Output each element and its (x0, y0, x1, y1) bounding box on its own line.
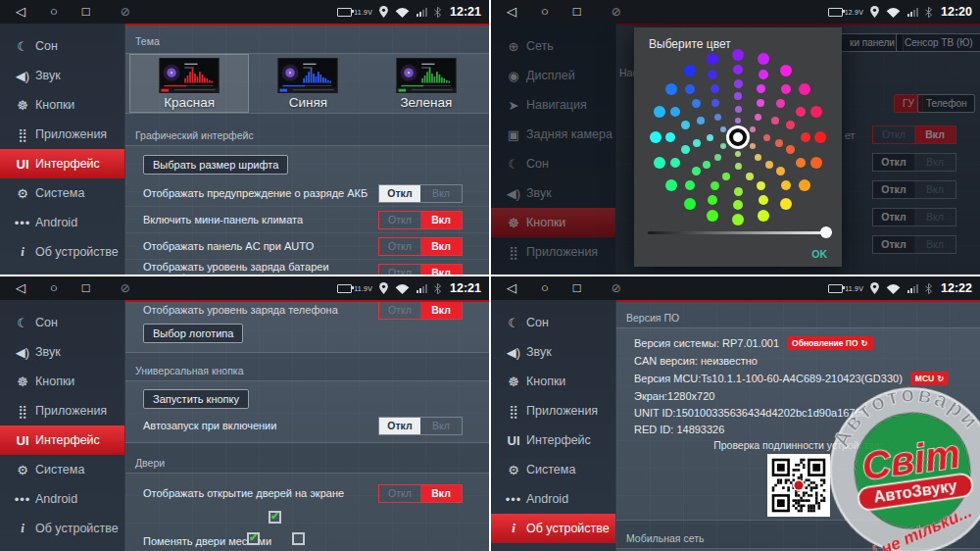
color-dot[interactable] (665, 132, 675, 142)
sidebar-item-wheel[interactable]: ☸Кнопки (0, 90, 124, 120)
color-dot[interactable] (796, 158, 806, 168)
sidebar-item-dots[interactable]: •••Android (0, 484, 124, 514)
color-dot[interactable] (786, 121, 795, 129)
toggle-on[interactable]: Вкл (420, 418, 462, 434)
color-wheel[interactable] (634, 49, 842, 227)
sidebar-item-moon[interactable]: ☾Сон (0, 308, 124, 337)
badge-button[interactable]: MCU ↻ (910, 372, 949, 385)
sidebar-item-apps[interactable]: ⣿Приложения (491, 396, 615, 426)
run-button[interactable]: Запустить кнопку (143, 389, 249, 409)
color-dot[interactable] (780, 65, 792, 76)
color-dot[interactable] (692, 167, 701, 175)
color-dot[interactable] (684, 65, 696, 76)
toggle-on[interactable]: Вкл (420, 265, 462, 276)
color-dot[interactable] (670, 158, 680, 168)
theme-card-Синяя[interactable]: Синяя (249, 54, 367, 113)
color-dot[interactable] (734, 92, 742, 100)
color-dot[interactable] (732, 214, 744, 225)
toggle[interactable]: ОтклВкл (378, 417, 463, 435)
badge-button[interactable]: Обновление ПО ↻ (787, 336, 873, 350)
color-dot[interactable] (735, 118, 741, 124)
color-dot[interactable] (714, 114, 721, 121)
toggle[interactable]: ОтклВкл (378, 211, 463, 229)
color-dot[interactable] (757, 84, 765, 93)
color-dot[interactable] (708, 195, 717, 205)
sidebar-item-dots[interactable]: •••Android (0, 208, 124, 237)
recents-button[interactable]: □ (573, 0, 581, 24)
back-button[interactable]: ◁ (16, 0, 25, 24)
toggle-off[interactable]: Откл (379, 212, 420, 228)
color-dot[interactable] (697, 117, 705, 125)
toggle[interactable]: ОтклВкл (378, 237, 463, 256)
color-dot[interactable] (692, 99, 701, 108)
door-checkbox-top[interactable] (269, 511, 281, 524)
sidebar-item-speaker[interactable]: ◀)Звук (0, 61, 124, 90)
color-dot[interactable] (776, 167, 785, 175)
color-dot[interactable] (810, 106, 822, 118)
color-dot[interactable] (755, 154, 761, 161)
color-dot[interactable] (758, 210, 769, 222)
home-button[interactable]: ○ (50, 0, 58, 24)
color-dot[interactable] (735, 106, 742, 113)
color-dot[interactable] (733, 65, 743, 75)
back-button[interactable]: ◁ (507, 276, 516, 300)
color-dot[interactable] (685, 84, 695, 94)
toggle[interactable]: ОтклВкл (378, 264, 463, 276)
toggle-on[interactable]: Вкл (420, 485, 462, 502)
door-checkbox-left[interactable] (247, 532, 260, 545)
color-dot[interactable] (796, 107, 806, 117)
color-dot[interactable] (708, 70, 717, 79)
color-dot[interactable] (734, 187, 743, 196)
color-dot[interactable] (670, 107, 680, 117)
sidebar-item-wheel[interactable]: ☸Кнопки (0, 367, 124, 396)
color-dot[interactable] (703, 161, 710, 169)
recents-button[interactable]: □ (82, 276, 90, 300)
color-dot[interactable] (665, 83, 677, 95)
sidebar-item-info[interactable]: iОб устройстве (0, 514, 124, 543)
color-dot[interactable] (750, 126, 756, 132)
color-dot[interactable] (799, 179, 810, 191)
theme-card-Зеленая[interactable]: Зеленая (368, 54, 485, 113)
color-dot[interactable] (776, 99, 785, 108)
home-button[interactable]: ○ (50, 276, 58, 300)
color-dot[interactable] (681, 145, 690, 154)
color-dot[interactable] (750, 143, 756, 149)
brightness-slider[interactable] (648, 231, 828, 234)
color-dot[interactable] (720, 126, 726, 132)
toggle-off[interactable]: Откл (379, 302, 420, 319)
toggle-off[interactable]: Откл (379, 185, 420, 202)
color-dot[interactable] (684, 198, 696, 210)
back-button[interactable]: ◁ (16, 276, 25, 300)
toggle[interactable]: ОтклВкл (378, 184, 463, 203)
toggle-on[interactable]: Вкл (420, 238, 462, 255)
color-dot[interactable] (734, 79, 743, 88)
color-dot[interactable] (685, 180, 695, 190)
color-dot[interactable] (707, 53, 718, 65)
sidebar-item-wheel[interactable]: ☸Кнопки (491, 367, 615, 396)
color-dot[interactable] (759, 195, 768, 205)
color-dot[interactable] (755, 114, 761, 121)
font-size-button[interactable]: Выбрать размер шрифта (143, 155, 288, 175)
color-dot[interactable] (654, 157, 665, 169)
color-dot[interactable] (735, 163, 742, 170)
home-button[interactable]: ○ (541, 276, 549, 300)
sidebar-item-gears[interactable]: ⚙Система (491, 455, 615, 484)
sidebar-item-gears[interactable]: ⚙Система (0, 178, 124, 208)
toggle-off[interactable]: Откл (379, 485, 420, 502)
color-dot[interactable] (763, 134, 770, 141)
color-dot[interactable] (720, 143, 726, 149)
color-dot[interactable] (746, 173, 754, 180)
color-dot[interactable] (781, 180, 791, 190)
color-dot[interactable] (710, 181, 719, 190)
toggle[interactable]: ОтклВкл (378, 301, 463, 320)
toggle-on[interactable]: Вкл (420, 185, 462, 202)
toggle-on[interactable]: Вкл (420, 302, 462, 319)
sidebar-item-dots[interactable]: •••Android (491, 484, 615, 514)
color-dot[interactable] (707, 134, 713, 141)
back-button[interactable]: ◁ (507, 0, 516, 24)
color-dot[interactable] (707, 210, 718, 222)
toggle-off[interactable]: Откл (379, 265, 420, 276)
sidebar-item-info[interactable]: iОб устройстве (0, 237, 124, 267)
color-dot[interactable] (771, 117, 779, 125)
color-dot[interactable] (733, 200, 743, 210)
